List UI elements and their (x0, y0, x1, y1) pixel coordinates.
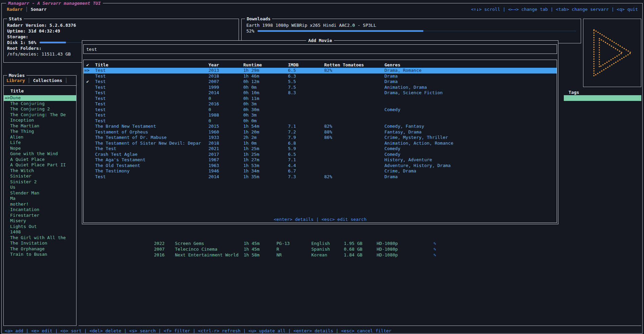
result-runtime: 1h 46m (243, 74, 288, 79)
library-row-language: Spanish (311, 246, 344, 252)
result-title: Crash Test Aglae (95, 152, 208, 158)
selection-arrow (4, 218, 10, 224)
row-marker (84, 101, 95, 107)
movie-list-item[interactable]: mother! (4, 202, 76, 207)
movie-list-item[interactable]: The Orphanage (4, 246, 76, 252)
movie-list-item[interactable]: Slender Man (4, 190, 76, 196)
result-imdb-rating: 6.3 (288, 74, 324, 79)
add-movie-table-header: ✔ Title Year Runtime IMDB Rotten Tomatoe… (84, 62, 557, 68)
add-movie-result-row[interactable]: Test00h 11m (84, 96, 557, 102)
library-row-studio: Next Entertainment World (175, 252, 244, 258)
add-movie-result-row[interactable]: Test19990h 0m7.5Animation, Drama (84, 85, 557, 90)
result-title: Test (95, 118, 208, 124)
download-progress-line: 52% (246, 28, 576, 34)
rotten-tomatoes-column-header: Rotten Tomatoes (324, 62, 384, 68)
selected-row-tags-cell (564, 95, 641, 101)
library-table-row[interactable]: 2007Telecinco Cinema1h 45mRSpanish0.68 G… (154, 246, 440, 252)
add-movie-result-row[interactable]: The Aga's Testament19671h 27m7.1History,… (84, 157, 557, 163)
edit-pencil-icon: ✎ (434, 246, 440, 252)
add-movie-result-row[interactable]: =>Test20131h 29m6.582%Drama, Romance (84, 68, 557, 74)
movie-list-item[interactable]: The Martian (4, 123, 76, 129)
movie-list-item[interactable]: The Thing (4, 129, 76, 134)
movie-list-item[interactable]: The Witch (4, 168, 76, 174)
movie-list-item[interactable]: Misery (4, 218, 76, 224)
result-title: Testament of Orpheus (95, 129, 208, 135)
add-movie-result-row[interactable]: Testament of Orpheus19601h 20m7.288%Fant… (84, 129, 557, 135)
selection-arrow (4, 190, 10, 196)
result-genres: Animation, Drama (384, 85, 557, 90)
add-movie-result-row[interactable]: The Test20211h 25m5.9Comedy (84, 146, 557, 152)
movie-list-item[interactable]: Sinister 2 (4, 179, 76, 185)
add-movie-result-row[interactable]: The Brand New Testament20151h 54m7.182%C… (84, 124, 557, 129)
result-rotten-tomatoes (324, 85, 384, 90)
add-movie-result-row[interactable]: ✔Test20070h 12m5.5Drama (84, 79, 557, 85)
tab-library[interactable]: Library (6, 78, 25, 83)
result-rotten-tomatoes: 82% (324, 124, 384, 129)
movie-list-item[interactable]: Ma (4, 196, 76, 202)
movie-list-item[interactable]: A Quiet Place Part II (4, 162, 76, 168)
movie-list-item[interactable]: Alien (4, 134, 76, 140)
movie-list-item[interactable]: =>Dune (4, 95, 76, 101)
tab-radarr[interactable]: Radarr (7, 7, 23, 12)
add-movie-result-row[interactable]: test00h 30mComedy (84, 107, 557, 113)
add-movie-result-row[interactable]: Test00h 0m (84, 118, 557, 124)
add-movie-result-row[interactable]: The Testimony19461h 34m6.7Crime, Drama (84, 168, 557, 174)
result-year: 1960 (208, 129, 243, 135)
add-movie-result-row[interactable]: The Testament of Sister New Devil: Depar… (84, 141, 557, 146)
add-movie-result-row[interactable]: Test20140h 10m8.3Drama, Science Fiction (84, 90, 557, 96)
movie-list-item[interactable]: Us (4, 185, 76, 190)
result-runtime: 0h 12m (243, 79, 288, 85)
movie-list-item[interactable]: The Invitation (4, 241, 76, 246)
add-movie-result-row[interactable]: The Old Testament19631h 53m4.4Adventure,… (84, 163, 557, 169)
result-genres: Comedy (384, 146, 557, 152)
result-runtime: 1h 35m (243, 174, 288, 180)
genres-column-header: Genres (384, 62, 557, 68)
managarr-logo-icon (590, 27, 635, 79)
library-row-runtime: 1h 45m (244, 246, 276, 252)
logo-panel (583, 19, 641, 87)
movie-list-item[interactable]: Life (4, 140, 76, 146)
movie-list-item[interactable]: The Conjuring 2 (4, 106, 76, 112)
add-movie-result-row[interactable]: Test20160h 3m (84, 101, 557, 107)
result-rotten-tomatoes: 88% (324, 129, 384, 135)
movie-list-item[interactable]: 1408 (4, 229, 76, 235)
result-rotten-tomatoes (324, 157, 384, 163)
add-movie-search-input[interactable] (84, 45, 557, 54)
result-year: 2017 (208, 152, 243, 158)
add-movie-result-row[interactable]: Test20181h 46m6.3Drama (84, 74, 557, 79)
movie-list-item[interactable]: Nope (4, 146, 76, 151)
result-genres (384, 118, 557, 124)
movie-list-item[interactable]: The Girl with All the (4, 235, 76, 241)
movie-list-item[interactable]: Firestarter (4, 213, 76, 218)
tab-sonarr[interactable]: Sonarr (31, 7, 47, 12)
movie-list-item[interactable]: Incantation (4, 207, 76, 213)
movie-list-item[interactable]: A Quiet Place (4, 157, 76, 163)
selection-arrow (4, 140, 10, 146)
row-marker (84, 112, 95, 118)
add-movie-result-row[interactable]: Crash Test Aglae20171h 25m6.5Comedy (84, 152, 557, 158)
library-table-row[interactable]: 2022Screen Gems1h 45mPG-13English1.95 GB… (154, 241, 440, 246)
movie-list-item[interactable]: Train to Busan (4, 252, 76, 257)
movie-list-item[interactable]: The Conjuring: The De (4, 112, 76, 118)
result-imdb-rating: 7.1 (288, 124, 324, 129)
result-year: 2007 (208, 79, 243, 85)
selection-arrow (4, 168, 10, 174)
add-movie-result-row[interactable]: Test19880h 3m (84, 112, 557, 118)
movie-list-item[interactable]: Sinister (4, 173, 76, 179)
movie-list-item[interactable]: The Conjuring (4, 101, 76, 107)
movie-list-item[interactable]: Inception (4, 118, 76, 123)
movie-title: Nope (10, 146, 21, 151)
tab-separator: │ (25, 7, 28, 12)
download-progress-bar-rest (423, 31, 576, 31)
tab-collections[interactable]: Collections (33, 78, 62, 83)
movie-list-item[interactable]: Lights Out (4, 224, 76, 230)
library-row-runtime: 1h 45m (244, 241, 276, 246)
result-runtime: 1h 54m (243, 124, 288, 129)
add-movie-result-row[interactable]: The Testament of Dr. Mabuse19332h 2m7.98… (84, 135, 557, 141)
result-title: Test (95, 79, 208, 85)
movie-list-item[interactable]: Gone with the Wind (4, 151, 76, 157)
result-rotten-tomatoes: 82% (324, 68, 384, 74)
add-movie-result-row[interactable]: Test20141h 35m7.382%Drama (84, 174, 557, 180)
library-table-row[interactable]: 2016Next Entertainment World1h 58mNRKore… (154, 252, 440, 258)
movie-title: The Conjuring 2 (10, 106, 50, 112)
